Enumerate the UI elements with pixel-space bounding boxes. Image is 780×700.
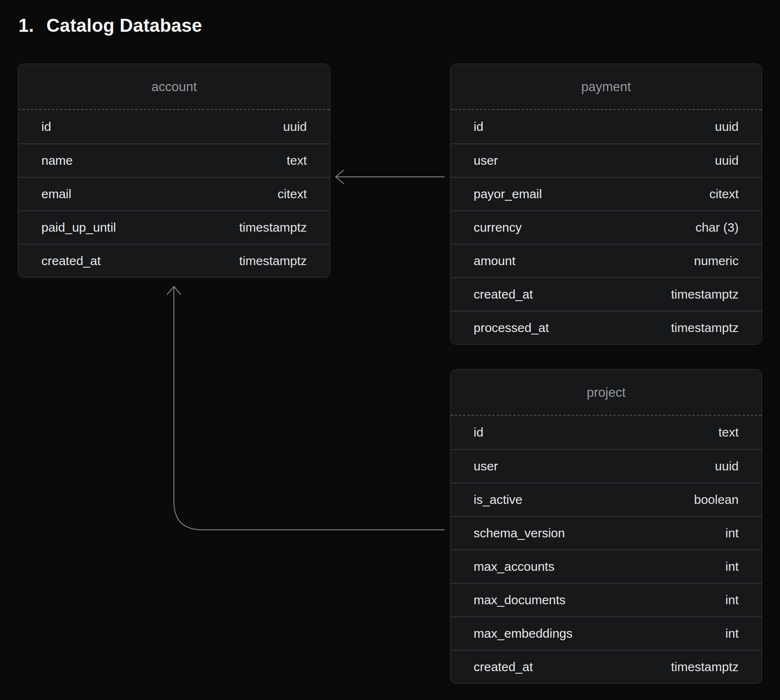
relation-project-to-account-line[interactable] xyxy=(174,288,444,530)
field-name: id xyxy=(474,120,483,134)
table-payment-title: payment xyxy=(451,64,762,110)
field-type: timestamptz xyxy=(671,660,739,674)
field-row-created_at: created_attimestamptz xyxy=(451,650,762,683)
table-account-title: account xyxy=(18,64,330,110)
field-type: uuid xyxy=(715,120,739,134)
field-row-payor_email: payor_emailcitext xyxy=(451,177,762,210)
field-type: uuid xyxy=(715,459,739,473)
field-name: processed_at xyxy=(474,321,549,335)
field-name: max_accounts xyxy=(474,559,554,574)
field-name: user xyxy=(474,459,498,473)
field-name: created_at xyxy=(474,287,533,301)
field-row-name: nametext xyxy=(18,143,330,177)
table-project-title: project xyxy=(451,370,762,416)
field-type: char (3) xyxy=(696,220,739,235)
field-name: created_at xyxy=(41,254,101,268)
field-row-email: emailcitext xyxy=(18,177,330,210)
field-name: email xyxy=(41,187,71,201)
field-type: timestamptz xyxy=(671,321,739,335)
field-type: uuid xyxy=(715,153,739,168)
field-row-schema_version: schema_versionint xyxy=(451,516,762,549)
field-type: text xyxy=(287,153,307,168)
field-row-id: iduuid xyxy=(451,110,762,143)
field-name: paid_up_until xyxy=(41,220,116,235)
field-row-currency: currencychar (3) xyxy=(451,210,762,244)
field-type: timestamptz xyxy=(239,254,307,268)
page-title-text: Catalog Database xyxy=(46,15,202,36)
page-title-number: 1. xyxy=(18,15,34,36)
field-row-paid_up_until: paid_up_untiltimestamptz xyxy=(18,210,330,244)
field-type: int xyxy=(725,526,739,540)
table-account-rows: iduuidnametextemailcitextpaid_up_untilti… xyxy=(18,110,330,277)
field-type: int xyxy=(725,559,739,574)
field-type: boolean xyxy=(694,493,739,507)
field-type: numeric xyxy=(694,254,739,268)
field-row-user: useruuid xyxy=(451,449,762,483)
diagram-canvas: 1. Catalog Database account iduuidnamete… xyxy=(0,0,780,700)
field-name: name xyxy=(41,153,73,168)
field-row-is_active: is_activeboolean xyxy=(451,483,762,516)
field-name: amount xyxy=(474,254,515,268)
field-type: text xyxy=(719,425,739,439)
field-row-created_at: created_attimestamptz xyxy=(451,277,762,311)
field-type: int xyxy=(725,593,739,607)
field-row-user: useruuid xyxy=(451,143,762,177)
field-name: created_at xyxy=(474,660,533,674)
field-name: user xyxy=(474,153,498,168)
table-payment[interactable]: payment iduuiduseruuidpayor_emailcitextc… xyxy=(450,64,762,345)
table-project-rows: idtextuseruuidis_activebooleanschema_ver… xyxy=(451,416,762,683)
field-name: id xyxy=(41,120,51,134)
table-payment-rows: iduuiduseruuidpayor_emailcitextcurrencyc… xyxy=(451,110,762,344)
field-name: id xyxy=(474,425,483,439)
field-row-processed_at: processed_attimestamptz xyxy=(451,311,762,344)
field-type: citext xyxy=(709,187,739,201)
field-row-amount: amountnumeric xyxy=(451,244,762,277)
field-name: payor_email xyxy=(474,187,542,201)
field-name: currency xyxy=(474,220,522,235)
field-name: schema_version xyxy=(474,526,565,540)
field-type: int xyxy=(725,626,739,641)
field-row-id: idtext xyxy=(451,416,762,449)
field-row-max_accounts: max_accountsint xyxy=(451,549,762,583)
field-name: max_embeddings xyxy=(474,626,573,641)
field-name: is_active xyxy=(474,493,523,507)
table-project[interactable]: project idtextuseruuidis_activebooleansc… xyxy=(450,369,762,684)
field-type: citext xyxy=(278,187,307,201)
field-type: uuid xyxy=(283,120,307,134)
page-title: 1. Catalog Database xyxy=(18,15,202,36)
field-row-max_documents: max_documentsint xyxy=(451,583,762,616)
table-account[interactable]: account iduuidnametextemailcitextpaid_up… xyxy=(18,64,330,278)
field-type: timestamptz xyxy=(239,220,307,235)
field-type: timestamptz xyxy=(671,287,739,301)
field-row-created_at: created_attimestamptz xyxy=(18,244,330,277)
field-row-max_embeddings: max_embeddingsint xyxy=(451,616,762,650)
field-row-id: iduuid xyxy=(18,110,330,143)
field-name: max_documents xyxy=(474,593,566,607)
